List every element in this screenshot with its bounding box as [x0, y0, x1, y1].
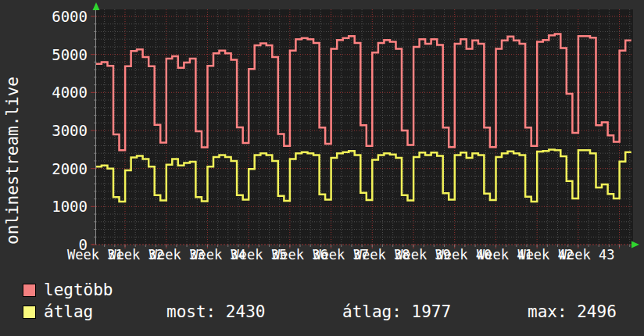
x-axis-arrow-icon — [631, 241, 639, 248]
legend-swatch-legtobb — [23, 284, 36, 297]
x-axis-label: Week 43 — [559, 248, 615, 263]
y-axis-label: 2000 — [39, 161, 88, 177]
y-axis-label: 6000 — [39, 9, 88, 24]
legend-label-atlag: átlag — [44, 303, 93, 321]
y-axis-label: 3000 — [39, 123, 88, 138]
stat-atlag: átlag: 1977 — [342, 303, 451, 321]
y-axis-label: 5000 — [39, 47, 88, 63]
legend-swatch-atlag — [23, 306, 36, 319]
stat-most: most: 2430 — [166, 303, 265, 321]
graph-title: onlinestream.live — [3, 0, 22, 245]
rrd-graph: onlinestream.live 0100020003000400050006… — [0, 0, 644, 336]
stat-max: max: 2496 — [528, 303, 617, 321]
y-axis-arrow-icon — [93, 2, 100, 10]
legend-label-legtobb: legtöbb — [44, 281, 113, 299]
y-axis-label: 4000 — [39, 84, 88, 100]
y-axis-label: 1000 — [39, 198, 88, 214]
